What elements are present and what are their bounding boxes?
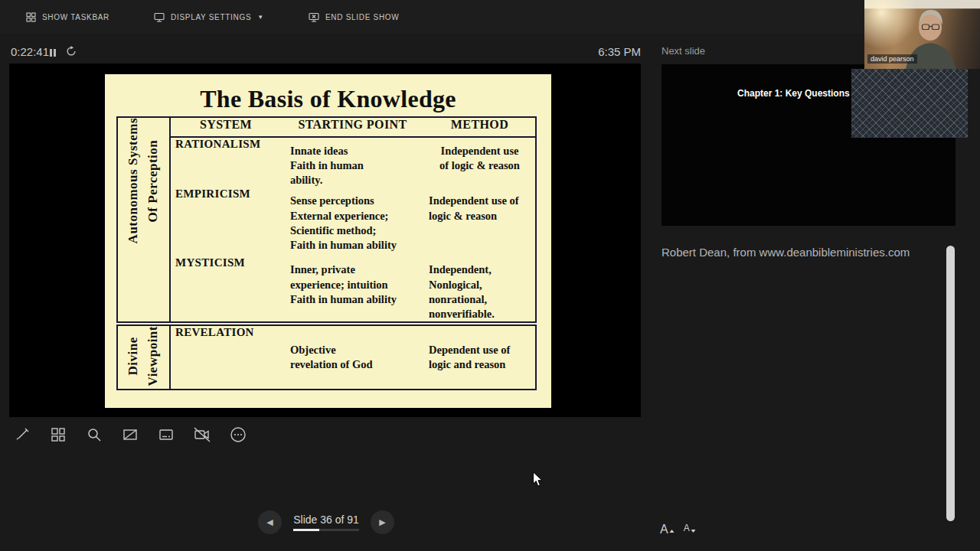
presenter-top-bar: SHOW TASKBAR DISPLAY SETTINGS ▼ END SLID… — [0, 0, 980, 34]
caret-up-icon — [669, 523, 675, 536]
method-cell: Independent use of logic & reason — [424, 137, 536, 187]
table-row-mysticism: MYSTICISM Inner, private experience; int… — [117, 256, 536, 324]
system-name: REVELATION — [170, 324, 281, 390]
next-arrow-icon: ▶ — [379, 517, 385, 527]
next-slide-heading: Next slide — [662, 45, 705, 57]
knowledge-table: Autonomous Systems Of Perception SYSTEM … — [116, 116, 537, 390]
column-header-starting-point: STARTING POINT — [281, 117, 424, 137]
mouse-cursor — [532, 471, 544, 491]
method-cell: Independent use of logic & reason — [424, 187, 536, 256]
end-show-icon — [309, 12, 319, 22]
video-placeholder-hatch — [851, 69, 968, 138]
current-slide: The Basis of Knowledge Autonomous System… — [105, 74, 551, 408]
starting-point-cell: Inner, private experience; intuition Fai… — [281, 256, 424, 324]
pen-tool-button[interactable] — [9, 422, 35, 448]
show-taskbar-label: SHOW TASKBAR — [42, 13, 109, 21]
notes-font-controls: A A — [660, 523, 696, 536]
slide-navigation: ◀ Slide 36 of 91 ▶ — [258, 510, 394, 534]
table-row-revelation: Divine Viewpoint REVELATION Objective re… — [117, 324, 536, 390]
webcam-name-label: david pearson — [867, 54, 917, 64]
elapsed-timer: 0:22:41 — [11, 45, 49, 58]
method-cell: Independent, Nonlogical, nonrational, no… — [424, 256, 536, 324]
subtitles-button[interactable] — [153, 422, 179, 448]
show-taskbar-button[interactable]: SHOW TASKBAR — [26, 12, 109, 22]
end-slide-show-button[interactable]: END SLIDE SHOW — [309, 12, 399, 22]
group-label-divine: Divine Viewpoint — [117, 324, 170, 390]
see-all-slides-button[interactable] — [45, 422, 71, 448]
table-row-empiricism: EMPIRICISM Sense perceptions External ex… — [117, 187, 536, 256]
system-name: RATIONALISM — [170, 137, 281, 187]
slide-progress-bar — [293, 529, 359, 531]
column-header-method: METHOD — [424, 117, 536, 137]
speaker-notes: Robert Dean, from www.deanbibleministrie… — [662, 245, 939, 260]
slide-stage: The Basis of Knowledge Autonomous System… — [9, 64, 641, 417]
previous-slide-button[interactable]: ◀ — [258, 510, 282, 534]
slideshow-toolbar — [9, 422, 251, 448]
current-time: 6:35 PM — [598, 45, 641, 58]
display-settings-label: DISPLAY SETTINGS — [171, 13, 251, 21]
next-slide-title: Chapter 1: Key Questions — [737, 88, 850, 99]
restart-timer-button[interactable] — [66, 46, 77, 60]
chevron-down-icon: ▼ — [257, 14, 264, 21]
previous-arrow-icon: ◀ — [266, 517, 273, 527]
end-slide-show-label: END SLIDE SHOW — [325, 13, 399, 21]
system-name: MYSTICISM — [170, 256, 281, 324]
table-header-row: Autonomous Systems Of Perception SYSTEM … — [117, 117, 536, 137]
presenter-webcam-video[interactable]: david pearson — [864, 0, 980, 69]
slide-title: The Basis of Knowledge — [105, 85, 551, 113]
increase-font-button[interactable]: A — [660, 523, 675, 536]
table-row-rationalism: RATIONALISM Innate ideas Faith in human … — [117, 137, 536, 187]
starting-point-cell: Innate ideas Faith in human ability. — [281, 137, 424, 187]
slide-progress-fill — [293, 529, 319, 531]
system-name: EMPIRICISM — [170, 187, 281, 256]
starting-point-cell: Sense perceptions External experience; S… — [281, 187, 424, 256]
group-label-autonomous: Autonomous Systems Of Perception — [117, 117, 170, 324]
camera-off-button[interactable] — [189, 422, 215, 448]
increase-font-label: A — [660, 523, 668, 536]
display-icon — [154, 12, 165, 22]
notes-scrollbar[interactable] — [946, 246, 955, 521]
display-settings-button[interactable]: DISPLAY SETTINGS ▼ — [154, 12, 264, 22]
taskbar-icon — [26, 12, 36, 22]
more-options-button[interactable] — [225, 422, 251, 448]
next-slide-button[interactable]: ▶ — [371, 510, 394, 534]
zoom-slide-button[interactable] — [81, 422, 107, 448]
starting-point-cell: Objective revelation of God — [281, 324, 424, 390]
method-cell: Dependent use of logic and reason — [424, 324, 536, 390]
slide-counter: Slide 36 of 91 — [293, 514, 359, 526]
column-header-system: SYSTEM — [170, 117, 281, 137]
decrease-font-label: A — [684, 523, 690, 533]
caret-down-icon — [691, 523, 696, 536]
decrease-font-button[interactable]: A — [684, 523, 696, 536]
pause-timer-button[interactable] — [49, 47, 57, 60]
black-screen-button[interactable] — [117, 422, 143, 448]
